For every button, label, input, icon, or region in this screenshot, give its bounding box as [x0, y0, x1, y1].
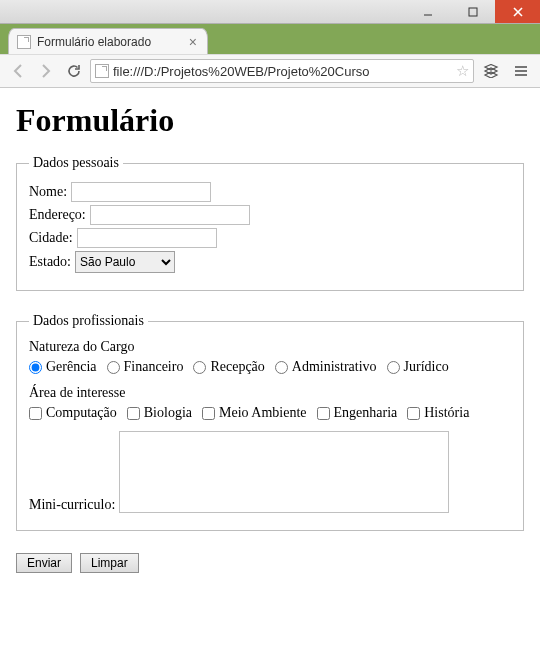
- interest-label: Área de interesse: [29, 385, 511, 401]
- role-option-label: Administrativo: [292, 359, 377, 375]
- cv-label: Mini-curriculo:: [29, 497, 115, 513]
- interest-checkbox-group: ComputaçãoBiologiaMeio AmbienteEngenhari…: [29, 405, 511, 421]
- role-option[interactable]: Financeiro: [107, 359, 184, 375]
- cv-textarea[interactable]: [119, 431, 449, 513]
- browser-tabstrip: Formulário elaborado ×: [0, 24, 540, 54]
- name-label: Nome:: [29, 184, 67, 200]
- reload-button[interactable]: [62, 59, 86, 83]
- interest-checkbox[interactable]: [127, 407, 140, 420]
- role-option[interactable]: Gerência: [29, 359, 97, 375]
- role-radio-group: GerênciaFinanceiroRecepçãoAdministrativo…: [29, 359, 511, 375]
- role-radio[interactable]: [29, 361, 42, 374]
- address-input[interactable]: [90, 205, 250, 225]
- role-option-label: Jurídico: [404, 359, 449, 375]
- interest-option[interactable]: Biologia: [127, 405, 192, 421]
- url-text: file:///D:/Projetos%20WEB/Projeto%20Curs…: [113, 64, 452, 79]
- interest-option[interactable]: Computação: [29, 405, 117, 421]
- role-radio[interactable]: [275, 361, 288, 374]
- browser-tab[interactable]: Formulário elaborado ×: [8, 28, 208, 54]
- professional-legend: Dados profissionais: [29, 313, 148, 329]
- city-input[interactable]: [77, 228, 217, 248]
- role-option[interactable]: Administrativo: [275, 359, 377, 375]
- role-radio[interactable]: [193, 361, 206, 374]
- role-radio[interactable]: [107, 361, 120, 374]
- interest-option-label: História: [424, 405, 469, 421]
- svg-rect-1: [469, 8, 477, 16]
- personal-fieldset: Dados pessoais Nome: Endereço: Cidade: E…: [16, 155, 524, 291]
- extensions-button[interactable]: [478, 59, 504, 83]
- browser-toolbar: file:///D:/Projetos%20WEB/Projeto%20Curs…: [0, 54, 540, 88]
- interest-option-label: Engenharia: [334, 405, 398, 421]
- role-label: Natureza do Cargo: [29, 339, 511, 355]
- tab-title: Formulário elaborado: [37, 35, 181, 49]
- role-option[interactable]: Jurídico: [387, 359, 449, 375]
- interest-option[interactable]: Meio Ambiente: [202, 405, 307, 421]
- interest-checkbox[interactable]: [317, 407, 330, 420]
- forward-button[interactable]: [34, 59, 58, 83]
- city-label: Cidade:: [29, 230, 73, 246]
- window-close-button[interactable]: [495, 0, 540, 23]
- window-minimize-button[interactable]: [405, 0, 450, 23]
- page-viewport: Formulário Dados pessoais Nome: Endereço…: [0, 88, 540, 652]
- state-select[interactable]: São Paulo: [75, 251, 175, 273]
- page-icon: [95, 64, 109, 78]
- interest-checkbox[interactable]: [29, 407, 42, 420]
- address-bar[interactable]: file:///D:/Projetos%20WEB/Projeto%20Curs…: [90, 59, 474, 83]
- role-option-label: Recepção: [210, 359, 264, 375]
- address-label: Endereço:: [29, 207, 86, 223]
- page-icon: [17, 35, 31, 49]
- window-titlebar: [0, 0, 540, 24]
- professional-fieldset: Dados profissionais Natureza do Cargo Ge…: [16, 313, 524, 531]
- bookmark-star-icon[interactable]: ☆: [456, 62, 469, 80]
- personal-legend: Dados pessoais: [29, 155, 123, 171]
- role-option-label: Gerência: [46, 359, 97, 375]
- page-title: Formulário: [16, 102, 524, 139]
- interest-option[interactable]: Engenharia: [317, 405, 398, 421]
- interest-option-label: Computação: [46, 405, 117, 421]
- reset-button[interactable]: Limpar: [80, 553, 139, 573]
- submit-button[interactable]: Enviar: [16, 553, 72, 573]
- interest-option-label: Biologia: [144, 405, 192, 421]
- interest-option[interactable]: História: [407, 405, 469, 421]
- back-button[interactable]: [6, 59, 30, 83]
- interest-option-label: Meio Ambiente: [219, 405, 307, 421]
- browser-menu-button[interactable]: [508, 59, 534, 83]
- tab-close-icon[interactable]: ×: [187, 35, 199, 49]
- window-maximize-button[interactable]: [450, 0, 495, 23]
- role-option-label: Financeiro: [124, 359, 184, 375]
- name-input[interactable]: [71, 182, 211, 202]
- role-option[interactable]: Recepção: [193, 359, 264, 375]
- state-label: Estado:: [29, 254, 71, 270]
- interest-checkbox[interactable]: [202, 407, 215, 420]
- interest-checkbox[interactable]: [407, 407, 420, 420]
- role-radio[interactable]: [387, 361, 400, 374]
